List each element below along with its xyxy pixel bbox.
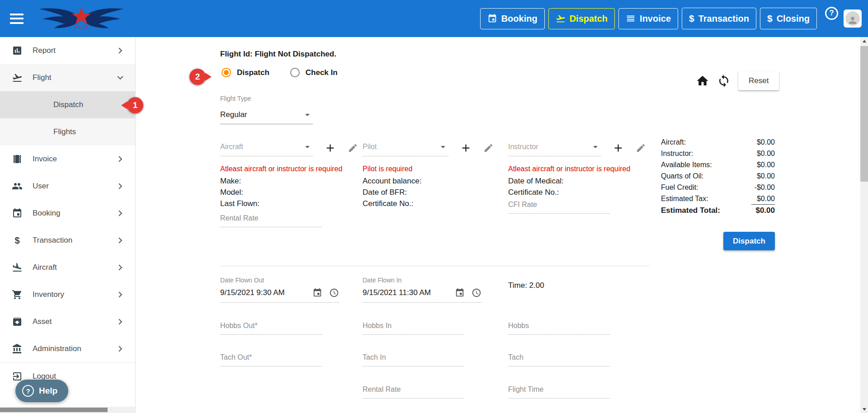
dollar-icon: $ xyxy=(689,13,694,24)
cost-summary-panel: Aircraft:$0.00 Instructor:$0.00 Availabl… xyxy=(661,136,775,216)
clock-icon[interactable] xyxy=(472,288,481,298)
scroll-up-arrow[interactable] xyxy=(860,37,868,45)
chevron-right-icon xyxy=(114,262,126,273)
cfi-rate-field[interactable]: CFI Rate xyxy=(508,201,610,214)
tach-field[interactable]: Tach xyxy=(508,353,610,366)
flight-id-label: Flight Id: xyxy=(220,50,253,58)
date-of-medical-label: Date of Medical: xyxy=(508,175,564,187)
instructor-select[interactable]: Instructor xyxy=(508,138,601,156)
add-aircraft-icon[interactable] xyxy=(324,142,336,154)
dollar-icon: $ xyxy=(12,235,23,246)
sidebar-item-flight[interactable]: Flight xyxy=(0,64,135,91)
hobbs-out-field[interactable]: Hobbs Out* xyxy=(220,322,322,335)
summary-label: Fuel Credit: xyxy=(661,182,698,193)
bank-icon xyxy=(12,343,23,354)
sidebar-item-asset[interactable]: Asset xyxy=(0,308,135,335)
add-pilot-icon[interactable] xyxy=(460,142,472,154)
flight-type-field: Flight Type Regular xyxy=(220,95,313,124)
sidebar-item-booking[interactable]: Booking xyxy=(0,200,135,227)
help-icon[interactable]: ? xyxy=(825,7,838,20)
sidebar-item-aircraft[interactable]: Aircraft xyxy=(0,254,135,281)
rental-rate-bottom-field[interactable]: Rental Rate xyxy=(363,385,464,399)
hobbs-in-field[interactable]: Hobbs In xyxy=(363,322,464,335)
aircraft-select[interactable]: Aircraft xyxy=(220,138,313,156)
scroll-down-arrow[interactable] xyxy=(860,405,868,413)
main-content: Flight Id: Flight Not Dispatched. Dispat… xyxy=(136,37,860,413)
sidebar-item-flights[interactable]: Flights xyxy=(0,118,135,145)
dispatch-radio-label: Dispatch xyxy=(237,68,269,77)
instructor-error-message: Atleast aircraft or instructor is requir… xyxy=(508,165,630,173)
check-in-radio[interactable]: Check In xyxy=(290,68,338,77)
hobbs-field[interactable]: Hobbs xyxy=(508,322,610,335)
help-widget-button[interactable]: ? Help xyxy=(15,380,68,402)
summary-row: Fuel Credit:-$0.00 xyxy=(661,182,775,193)
summary-row: Quarts of Oil:$0.00 xyxy=(661,170,775,182)
sidebar-item-transaction[interactable]: $ Transaction xyxy=(0,227,135,254)
chevron-right-icon xyxy=(114,343,126,355)
summary-label: Quarts of Oil: xyxy=(661,170,703,182)
sidebar-item-report[interactable]: Report xyxy=(0,37,135,64)
sidebar-item-label: Flight xyxy=(33,73,104,82)
date-flown-in-input[interactable]: 9/15/2021 11:30 AM xyxy=(363,284,481,303)
sidebar-item-invoice[interactable]: Invoice xyxy=(0,145,135,173)
sidebar-item-inventory[interactable]: Inventory xyxy=(0,281,135,308)
edit-aircraft-icon[interactable] xyxy=(348,143,358,153)
dispatch-radio[interactable]: Dispatch xyxy=(222,68,269,77)
nav-booking-button[interactable]: Booking xyxy=(480,8,545,29)
flight-time-field[interactable]: Flight Time xyxy=(508,385,610,399)
sidebar-item-label: Inventory xyxy=(33,290,104,299)
summary-value: $0.00 xyxy=(751,205,775,216)
user-avatar[interactable] xyxy=(844,9,862,28)
sidebar-item-label: Booking xyxy=(33,209,104,218)
nav-invoice-button[interactable]: Invoice xyxy=(618,8,678,29)
date-flown-out-value: 9/15/2021 9:30 AM xyxy=(220,288,306,297)
date-flown-out-input[interactable]: 9/15/2021 9:30 AM xyxy=(220,284,339,303)
flight-type-label: Flight Type xyxy=(220,95,313,102)
sidebar-item-administration[interactable]: Administration xyxy=(0,335,135,362)
date-flown-in-label: Date Flown In xyxy=(363,277,481,284)
calendar-icon[interactable] xyxy=(455,288,465,298)
pilot-select[interactable]: Pilot xyxy=(363,138,448,156)
calendar-icon xyxy=(487,14,497,23)
edit-pilot-icon[interactable] xyxy=(483,143,494,153)
calendar-icon[interactable] xyxy=(312,288,322,298)
hobbs-in-placeholder: Hobbs In xyxy=(363,322,392,329)
annotation-number: 1 xyxy=(133,100,138,110)
sidebar-item-label: Transaction xyxy=(33,236,104,245)
scrollbar-thumb[interactable] xyxy=(860,46,868,182)
nav-transaction-button[interactable]: $ Transaction xyxy=(682,8,756,29)
calendar-icon xyxy=(12,208,23,219)
date-of-bfr-label: Date of BFR: xyxy=(363,187,421,198)
dispatch-button[interactable]: Dispatch xyxy=(723,232,775,250)
clock-icon[interactable] xyxy=(329,288,339,298)
section-divider xyxy=(220,266,650,266)
chevron-right-icon xyxy=(114,316,126,328)
flight-takeoff-icon xyxy=(556,14,566,23)
menu-icon[interactable] xyxy=(10,14,24,24)
sidebar-item-dispatch[interactable]: Dispatch xyxy=(0,91,135,118)
flight-takeoff-icon xyxy=(12,72,23,83)
tach-in-field[interactable]: Tach In xyxy=(363,353,464,366)
instructor-picker: Instructor xyxy=(508,138,646,156)
reset-button[interactable]: Reset xyxy=(738,71,779,90)
tach-out-field[interactable]: Tach Out* xyxy=(220,353,322,366)
home-icon[interactable] xyxy=(696,74,709,88)
add-instructor-icon[interactable] xyxy=(612,142,624,154)
rental-rate-field[interactable]: Rental Rate xyxy=(220,214,322,227)
archive-icon xyxy=(12,316,23,327)
vertical-scrollbar[interactable] xyxy=(860,37,868,413)
sidebar-item-user[interactable]: User xyxy=(0,173,135,200)
summary-value: $0.00 xyxy=(751,170,775,182)
refresh-icon[interactable] xyxy=(717,74,731,88)
scrollbar-thumb[interactable] xyxy=(0,408,108,412)
edit-instructor-icon[interactable] xyxy=(636,143,646,153)
aircraft-info-lines: Make: Model: Last Flown: xyxy=(220,175,259,209)
nav-closing-button[interactable]: $ Closing xyxy=(760,8,817,29)
sidebar-horizontal-scrollbar[interactable] xyxy=(0,407,135,413)
pilot-info-lines: Account balance: Date of BFR: Certificat… xyxy=(363,175,421,209)
flight-type-value: Regular xyxy=(220,110,247,119)
flight-type-select[interactable]: Regular xyxy=(220,106,313,124)
nav-dispatch-button[interactable]: Dispatch xyxy=(548,8,615,29)
summary-value: $0.00 xyxy=(751,159,775,170)
app-logo[interactable] xyxy=(33,5,129,32)
